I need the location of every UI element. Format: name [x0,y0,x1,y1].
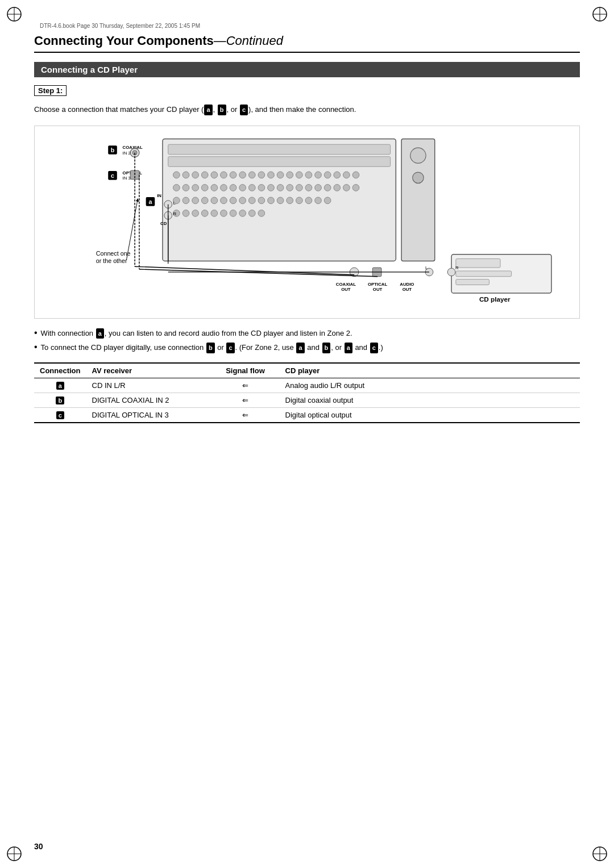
svg-line-129 [126,199,138,260]
corner-mark-br [591,845,608,862]
svg-line-123 [139,269,377,277]
svg-point-73 [182,210,189,216]
svg-point-34 [352,172,359,178]
badge-b-intro: b [218,105,226,115]
main-title-text: Connecting Your Components [34,34,214,48]
svg-point-54 [352,184,359,191]
table-row: aCD IN L/R⇐Analog audio L/R output [34,378,580,393]
svg-text:CD: CD [160,220,167,226]
svg-point-46 [277,184,284,191]
bullet-item-2: • To connect the CD player digitally, us… [34,342,580,353]
table-header-cd: CD player [280,363,580,378]
badge-c-bullet2: c [226,343,234,353]
table-header-connection: Connection [34,363,86,378]
svg-point-53 [343,184,350,191]
connection-table: Connection AV receiver Signal flow CD pl… [34,362,580,423]
svg-point-20 [221,172,227,178]
badge-a-intro: a [204,105,212,115]
svg-point-50 [315,184,322,191]
svg-point-51 [324,184,331,191]
svg-text:R: R [173,211,177,216]
svg-point-79 [239,210,246,216]
svg-rect-105 [456,258,500,268]
svg-text:AUDIO: AUDIO [400,282,414,287]
svg-text:a: a [148,198,152,205]
svg-point-63 [248,197,255,204]
step-intro-text: Choose a connection that matches your CD… [34,104,580,115]
table-header-signal: Signal flow [211,363,280,378]
svg-text:IN 3: IN 3 [123,175,131,180]
svg-point-76 [211,210,218,216]
svg-point-64 [258,197,265,204]
svg-point-77 [221,210,227,216]
svg-point-44 [258,184,265,191]
svg-point-48 [296,184,302,191]
svg-text:OUT: OUT [373,287,383,292]
svg-point-56 [182,197,189,204]
svg-rect-13 [168,144,391,155]
table-row: cDIGITAL OPTICAL IN 3⇐Digital optical ou… [34,407,580,423]
svg-point-33 [343,172,350,178]
table-badge-c: c [56,411,64,419]
svg-point-28 [296,172,302,178]
svg-text:COAXIAL: COAXIAL [336,282,356,287]
badge-a-bullet1: a [96,328,104,339]
bullet-list: • With connection a, you can listen to a… [34,328,580,353]
svg-point-37 [192,184,199,191]
table-cell-av: CD IN L/R [86,378,211,393]
svg-line-121 [135,266,354,275]
page-wrapper: DTR-4.6.book Page 30 Thursday, September… [0,0,614,868]
svg-point-45 [268,184,275,191]
svg-point-84 [413,172,424,183]
bullet-dot-2: • [34,343,38,352]
table-cell-signal: ⇐ [211,393,280,407]
svg-rect-14 [168,156,391,166]
bullet-1-text: With connection a, you can listen to and… [41,328,352,339]
svg-text:OUT: OUT [341,287,351,292]
svg-text:Connect one: Connect one [96,249,131,256]
svg-point-43 [248,184,255,191]
svg-point-25 [268,172,275,178]
table-cell-connection: b [34,393,86,407]
svg-point-74 [192,210,199,216]
svg-point-78 [230,210,237,216]
svg-point-27 [287,172,293,178]
corner-mark-tl [6,6,23,23]
table-cell-signal: ⇐ [211,378,280,393]
page-number: 30 [34,842,43,851]
svg-text:c: c [111,172,114,178]
table-cell-cd: Digital coaxial output [280,393,580,407]
corner-mark-bl [6,845,23,862]
svg-point-16 [182,172,189,178]
svg-text:L: L [173,200,176,205]
diagram-svg: b COAXIAL IN 2 c OPTICAL IN 3 a IN L R C… [40,132,574,312]
svg-point-29 [305,172,312,178]
svg-point-42 [239,184,246,191]
badge-c2-bullet2: c [370,343,378,353]
table-cell-connection: a [34,378,86,393]
svg-point-39 [211,184,218,191]
bullet-dot-1: • [34,328,38,337]
svg-text:OUT: OUT [403,287,412,292]
svg-point-110 [447,268,455,276]
svg-point-57 [192,197,199,204]
svg-point-52 [334,184,341,191]
table-badge-b: b [56,397,64,404]
table-badge-a: a [56,382,64,390]
section-header: Connecting a CD Player [34,62,580,77]
svg-point-83 [410,148,426,163]
svg-point-26 [277,172,284,178]
svg-point-62 [239,197,246,204]
svg-point-58 [201,197,208,204]
svg-text:or the other: or the other [96,257,127,264]
svg-point-31 [324,172,331,178]
svg-text:CD player: CD player [479,295,511,302]
svg-point-19 [211,172,218,178]
svg-point-18 [201,172,208,178]
svg-text:R: R [455,265,459,270]
connection-diagram: b COAXIAL IN 2 c OPTICAL IN 3 a IN L R C… [34,126,580,319]
svg-point-59 [211,197,218,204]
svg-point-80 [248,210,255,216]
svg-point-68 [296,197,302,204]
svg-point-32 [334,172,341,178]
